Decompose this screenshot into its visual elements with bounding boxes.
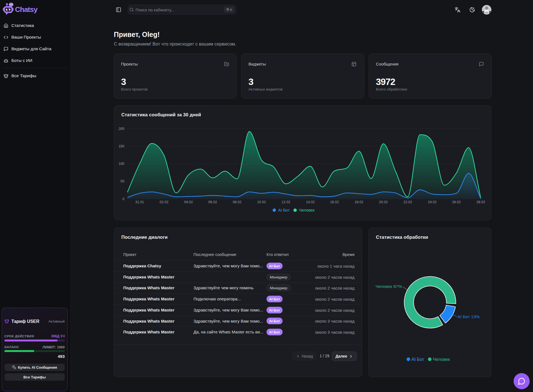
svg-text:08.02: 08.02 bbox=[233, 200, 241, 204]
svg-text:02.02: 02.02 bbox=[160, 200, 168, 204]
svg-text:AI Бот 13%: AI Бот 13% bbox=[457, 314, 480, 319]
svg-text:04.02: 04.02 bbox=[184, 200, 193, 204]
svg-text:Человек: Человек bbox=[299, 208, 315, 212]
svg-text:14.02: 14.02 bbox=[306, 200, 315, 204]
svg-text:AI Бот: AI Бот bbox=[278, 208, 290, 212]
svg-text:24.02: 24.02 bbox=[428, 200, 436, 204]
svg-text:22.02: 22.02 bbox=[403, 200, 412, 204]
svg-text:Человек 87%: Человек 87% bbox=[376, 284, 402, 289]
svg-text:0: 0 bbox=[122, 197, 124, 201]
svg-text:100: 100 bbox=[119, 162, 124, 166]
svg-text:20.02: 20.02 bbox=[379, 200, 388, 204]
svg-text:16.02: 16.02 bbox=[330, 200, 339, 204]
svg-text:10.02: 10.02 bbox=[257, 200, 266, 204]
svg-text:AI Бот: AI Бот bbox=[411, 357, 424, 362]
svg-text:26.02: 26.02 bbox=[452, 200, 461, 204]
svg-text:12.02: 12.02 bbox=[281, 200, 290, 204]
svg-text:50: 50 bbox=[120, 179, 124, 183]
svg-text:06.02: 06.02 bbox=[208, 200, 217, 204]
svg-text:28.02: 28.02 bbox=[476, 200, 485, 204]
svg-text:Человек: Человек bbox=[433, 357, 450, 362]
svg-text:150: 150 bbox=[119, 144, 124, 148]
svg-text:200: 200 bbox=[119, 127, 124, 131]
svg-text:31.01: 31.01 bbox=[135, 200, 144, 204]
svg-text:18.02: 18.02 bbox=[355, 200, 363, 204]
